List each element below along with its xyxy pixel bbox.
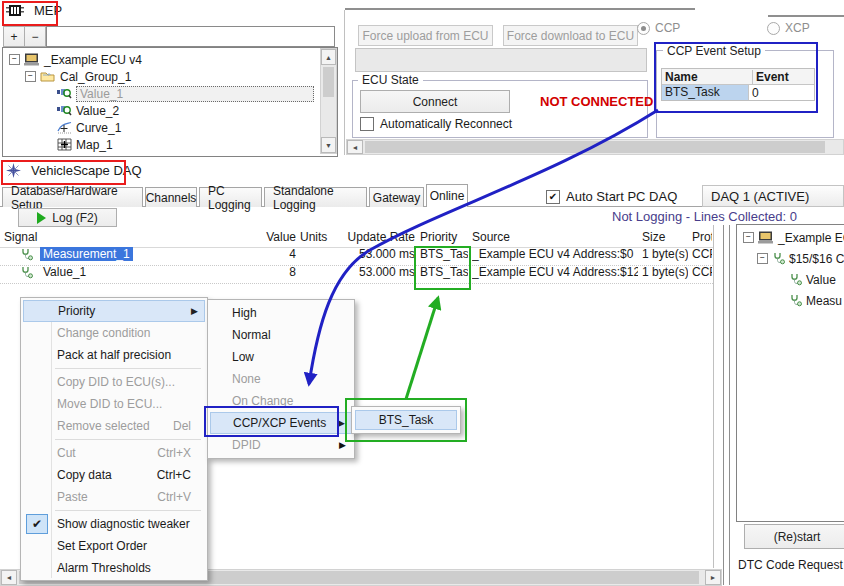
menu-checkmark-icon: ✔: [26, 514, 48, 534]
restart-button[interactable]: (Re)start: [744, 524, 844, 549]
shortcut-label: Ctrl+X: [157, 446, 195, 460]
menu-item-set-export-order[interactable]: Set Export Order: [23, 535, 205, 557]
scroll-thumb[interactable]: [365, 141, 825, 153]
tree-item-value-2[interactable]: Value_2: [57, 102, 119, 119]
tree-item-example-ecu[interactable]: − _Example EC: [743, 229, 844, 246]
connect-button[interactable]: Connect: [360, 90, 510, 113]
remove-node-button[interactable]: −: [24, 26, 46, 47]
size-cell: 1 byte(s): [642, 247, 688, 261]
event-value-cell[interactable]: 0: [749, 86, 759, 100]
submenu-item-normal[interactable]: Normal: [210, 324, 352, 346]
stethoscope-icon: [20, 266, 33, 279]
header-priority[interactable]: Priority: [420, 230, 468, 244]
auto-start-checkbox[interactable]: ✔ Auto Start PC DAQ: [546, 189, 677, 204]
tab-gateway[interactable]: Gateway: [369, 187, 424, 207]
header-value[interactable]: Value: [212, 230, 296, 244]
header-units[interactable]: Units: [300, 230, 328, 244]
header-signal[interactable]: Signal: [4, 230, 209, 244]
menu-item-cut[interactable]: Cut Ctrl+X: [23, 442, 205, 464]
source-cell: _Example ECU v4 Address:$1234: [472, 265, 638, 279]
tree-item-curve-1[interactable]: Curve_1: [57, 119, 121, 136]
menu-item-pack-half-precision[interactable]: Pack at half precision: [23, 344, 205, 366]
tree-item-value[interactable]: Value: [789, 271, 836, 288]
collapse-icon[interactable]: −: [25, 71, 36, 82]
menu-item-copy-data[interactable]: Copy data Ctrl+C: [23, 464, 205, 486]
mep-tree-panel: − _Example ECU v4 − Cal_Group_1 Value_1 …: [2, 47, 338, 157]
tree-item-value-1[interactable]: Value_1: [57, 85, 314, 102]
header-protocol[interactable]: Protoc: [692, 230, 712, 244]
checkbox-unchecked-icon: [360, 117, 374, 131]
tab-channels[interactable]: Channels: [145, 187, 197, 207]
priority-cell[interactable]: BTS_Task: [420, 265, 468, 279]
collapse-icon[interactable]: −: [743, 232, 754, 243]
xcp-radio[interactable]: XCP: [767, 21, 810, 35]
tree-item-label: Value_1: [76, 86, 314, 102]
scroll-down-icon[interactable]: ▼: [321, 137, 336, 153]
popup-item-bts-task[interactable]: BTS_Task: [355, 410, 457, 430]
tree-item-daq-group[interactable]: − $15/$16 C: [757, 250, 844, 267]
tree-item-measurement[interactable]: Measu: [789, 292, 842, 309]
add-node-button[interactable]: +: [3, 26, 25, 47]
signal-name[interactable]: Measurement_1: [40, 247, 133, 261]
signal-table-header: Signal Value Units Update Rate Priority …: [0, 230, 713, 248]
force-download-button[interactable]: Force download to ECU: [503, 25, 638, 46]
menu-item-remove-selected[interactable]: Remove selected Del: [23, 415, 205, 437]
submenu-item-none[interactable]: None: [210, 368, 352, 390]
log-button[interactable]: Log (F2): [18, 208, 117, 227]
mep-tree-scrollbar[interactable]: ▲ ▼: [320, 48, 337, 154]
splitter[interactable]: [723, 225, 724, 585]
splitter[interactable]: [729, 225, 730, 585]
menu-item-move-did[interactable]: Move DID to ECU...: [23, 393, 205, 415]
tab-standalone-logging[interactable]: Standalone Logging: [264, 187, 367, 207]
ecu-message-box: [355, 48, 647, 72]
source-cell: _Example ECU v4 Address:$0: [472, 247, 638, 261]
ccp-event-setup-title: CCP Event Setup: [663, 44, 765, 58]
scroll-right-icon[interactable]: ►: [705, 570, 721, 585]
auto-reconnect-checkbox[interactable]: Automatically Reconnect: [360, 117, 512, 131]
menu-item-paste[interactable]: Paste Ctrl+V: [23, 486, 205, 508]
priority-submenu: High Normal Low None On Change CCP/XCP E…: [207, 299, 355, 459]
menu-item-copy-did[interactable]: Copy DID to ECU(s)...: [23, 371, 205, 393]
submenu-item-low[interactable]: Low: [210, 346, 352, 368]
protocol-cell: CCP: [692, 247, 712, 261]
signal-row-value-1[interactable]: Value_1 8 53.000 ms BTS_Task _Example EC…: [0, 265, 713, 284]
scroll-left-icon[interactable]: ◄: [1, 570, 17, 585]
header-update-rate[interactable]: Update Rate: [331, 230, 415, 244]
mep-hscrollbar[interactable]: ◄: [346, 139, 844, 155]
tree-item-map-1[interactable]: Map_1: [57, 136, 113, 153]
submenu-item-ccp-xcp-events[interactable]: CCP/XCP Events ▶: [210, 412, 352, 434]
divider: [344, 10, 345, 155]
submenu-item-high[interactable]: High: [210, 302, 352, 324]
menu-item-show-diagnostic-tweaker[interactable]: ✔ Show diagnostic tweaker: [23, 513, 205, 535]
ccp-event-row[interactable]: BTS_Task 0: [662, 85, 814, 100]
tab-database-hardware-setup[interactable]: Database/Hardware Setup: [2, 187, 143, 207]
signal-name[interactable]: Value_1: [40, 265, 89, 279]
submenu-item-on-change[interactable]: On Change: [210, 390, 352, 412]
header-source[interactable]: Source: [472, 230, 638, 244]
menu-item-alarm-thresholds[interactable]: Alarm Thresholds: [23, 557, 205, 579]
play-icon: [37, 212, 46, 224]
menu-item-change-condition[interactable]: Change condition: [23, 322, 205, 344]
tree-item-label: _Example ECU v4: [44, 53, 142, 67]
tree-item-example-ecu[interactable]: − _Example ECU v4: [9, 51, 142, 68]
header-size[interactable]: Size: [642, 230, 688, 244]
stethoscope-icon: [789, 273, 802, 286]
collapse-icon[interactable]: −: [9, 54, 20, 65]
scroll-left-icon[interactable]: ◄: [347, 140, 363, 154]
event-name-cell[interactable]: BTS_Task: [662, 85, 749, 100]
ccp-radio[interactable]: CCP: [637, 21, 680, 35]
collapse-icon[interactable]: −: [757, 253, 768, 264]
ccp-event-table-header: Name Event: [662, 69, 814, 85]
signal-row-measurement-1[interactable]: Measurement_1 4 53.000 ms BTS_Task _Exam…: [0, 247, 713, 266]
scroll-thumb[interactable]: [323, 67, 334, 97]
tree-item-cal-group[interactable]: − Cal_Group_1: [25, 68, 131, 85]
tab-pc-logging[interactable]: PC Logging: [199, 187, 262, 207]
force-upload-button[interactable]: Force upload from ECU: [358, 25, 493, 46]
tab-online[interactable]: Online: [426, 184, 468, 207]
scroll-up-icon[interactable]: ▲: [321, 49, 336, 65]
menu-item-priority[interactable]: Priority ▶: [23, 300, 205, 322]
mep-filter-input[interactable]: [46, 26, 335, 47]
protocol-cell: CCP: [692, 265, 712, 279]
submenu-item-dpid[interactable]: DPID ▶: [210, 434, 352, 456]
priority-cell[interactable]: BTS_Task: [420, 247, 468, 261]
